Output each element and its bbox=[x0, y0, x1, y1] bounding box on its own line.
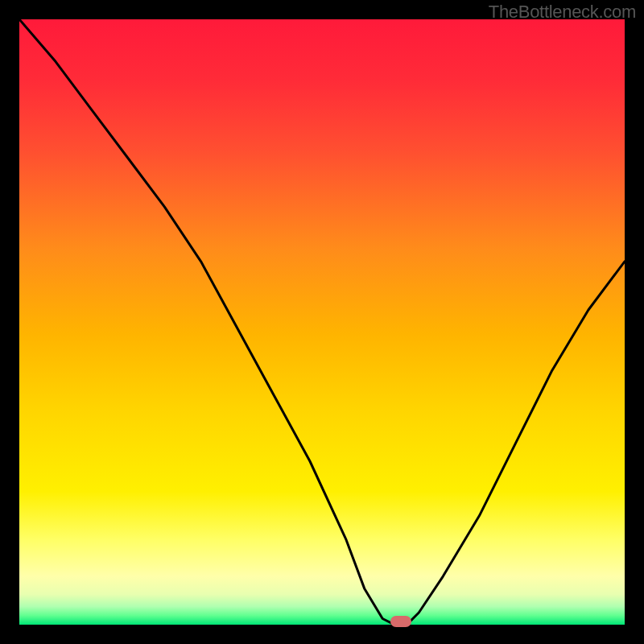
plot-area bbox=[19, 19, 625, 625]
optimal-point-marker bbox=[390, 616, 411, 627]
curve-line bbox=[19, 19, 625, 625]
watermark-text: TheBottleneck.com bbox=[489, 2, 636, 23]
